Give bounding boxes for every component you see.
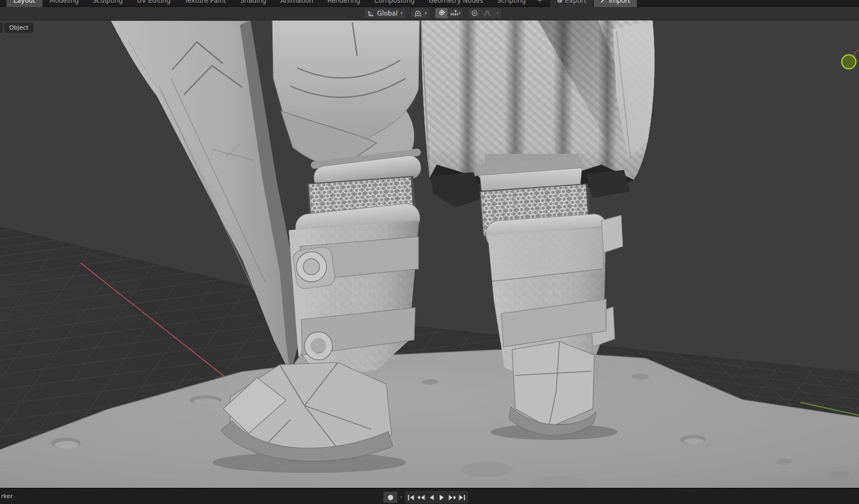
record-icon bbox=[388, 495, 393, 500]
viewport-header: Global ▾ ▾ bbox=[0, 7, 859, 20]
proportional-editing-icon bbox=[471, 10, 478, 17]
proportional-dropdown[interactable]: ▾ bbox=[494, 8, 501, 18]
tab-modeling[interactable]: Modeling bbox=[42, 0, 86, 7]
jump-to-end-button[interactable] bbox=[457, 492, 467, 503]
pivot-point-icon bbox=[414, 10, 422, 17]
tab-texture-paint[interactable]: Texture Paint bbox=[178, 0, 233, 7]
tab-rendering[interactable]: Rendering bbox=[320, 0, 367, 7]
marker-menu-clipped[interactable]: rker bbox=[1, 493, 13, 500]
pivot-point-dropdown[interactable]: ▾ bbox=[410, 8, 430, 19]
play-reverse-button[interactable] bbox=[427, 492, 437, 503]
tab-export[interactable]: Export bbox=[550, 0, 593, 7]
prev-keyframe-icon bbox=[417, 494, 425, 501]
playback-controls: ▾ bbox=[384, 491, 468, 503]
import-pen-icon bbox=[600, 0, 606, 3]
tab-uv-editing[interactable]: UV Editing bbox=[130, 0, 178, 7]
tab-layout[interactable]: Layout bbox=[6, 0, 42, 7]
tab-scripting[interactable]: Scripting bbox=[490, 0, 533, 7]
workspace-tabs: Layout Modeling Sculpting UV Editing Tex… bbox=[6, 0, 637, 7]
proportional-falloff-button[interactable] bbox=[481, 8, 494, 18]
tab-geometry-nodes[interactable]: Geometry Nodes bbox=[422, 0, 490, 7]
timeline-bar: rker ▾ bbox=[0, 488, 859, 504]
blender-window: Layout Modeling Sculpting UV Editing Tex… bbox=[0, 0, 859, 504]
tab-compositing[interactable]: Compositing bbox=[367, 0, 422, 7]
next-keyframe-button[interactable] bbox=[447, 492, 457, 503]
mode-dropdown[interactable]: Object bbox=[4, 23, 33, 33]
play-icon bbox=[438, 494, 445, 501]
transform-orientation-dropdown[interactable]: Global ▾ bbox=[364, 8, 406, 19]
next-keyframe-icon bbox=[448, 494, 456, 501]
falloff-curve-icon bbox=[484, 10, 491, 17]
chevron-down-icon: ▾ bbox=[424, 11, 427, 16]
export-tab-label: Export bbox=[565, 0, 586, 7]
jump-to-end-icon bbox=[458, 494, 466, 501]
prev-keyframe-button[interactable] bbox=[416, 492, 427, 503]
topbar: Layout Modeling Sculpting UV Editing Tex… bbox=[0, 0, 859, 7]
proportional-editing-controls: ▾ bbox=[468, 8, 502, 19]
record-button[interactable] bbox=[384, 492, 397, 503]
snap-magnet-icon bbox=[438, 10, 445, 17]
chevron-down-icon: ▾ bbox=[496, 11, 499, 16]
tab-import[interactable]: Import bbox=[594, 0, 637, 7]
chevron-down-icon: ▾ bbox=[400, 11, 402, 16]
add-workspace-button[interactable]: + bbox=[533, 0, 547, 7]
play-button[interactable] bbox=[437, 492, 447, 503]
mode-dropdown-clipped-icon bbox=[0, 23, 3, 33]
snap-toggle-button[interactable] bbox=[435, 8, 448, 18]
transport-group bbox=[405, 491, 468, 503]
snap-increment-icon bbox=[450, 10, 458, 17]
tab-sculpting[interactable]: Sculpting bbox=[86, 0, 130, 7]
snap-controls: ▾ bbox=[435, 8, 464, 19]
tab-shading[interactable]: Shading bbox=[233, 0, 273, 7]
import-tab-label: Import bbox=[609, 0, 630, 7]
play-reverse-icon bbox=[428, 494, 435, 501]
proportional-editing-toggle[interactable] bbox=[468, 8, 481, 18]
jump-to-start-button[interactable] bbox=[406, 492, 416, 503]
viewport-header-controls: Global ▾ ▾ bbox=[364, 8, 502, 18]
chevron-down-icon: ▾ bbox=[458, 11, 460, 16]
3d-viewport[interactable]: Object bbox=[0, 20, 859, 488]
chevron-down-icon[interactable]: ▾ bbox=[400, 495, 402, 500]
jump-to-start-icon bbox=[407, 494, 415, 501]
snap-with-dropdown[interactable]: ▾ bbox=[448, 8, 463, 18]
tab-animation[interactable]: Animation bbox=[273, 0, 320, 7]
right-boot-side-tab-upper bbox=[601, 215, 623, 253]
transform-orientation-axes-icon bbox=[367, 10, 374, 17]
export-cube-icon bbox=[557, 0, 563, 3]
transform-orientation-value: Global bbox=[377, 10, 397, 17]
gizmo-y-axis-ball[interactable] bbox=[842, 55, 856, 69]
viewport-3d-scene bbox=[0, 20, 859, 488]
